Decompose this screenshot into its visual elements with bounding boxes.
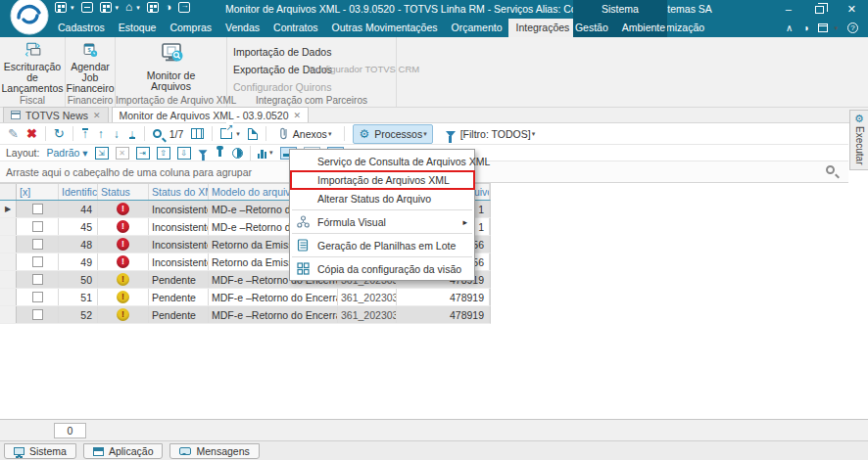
filter-button[interactable]: [Filtro: TODOS] ▾ [441, 126, 540, 142]
separator [72, 126, 73, 141]
tab-label: TOTVS News [25, 110, 88, 121]
document-tab-bar: TOTVS News ✕ Monitor de Arquivos XML - 0… [0, 108, 868, 123]
statusbar-tab-aplicacao[interactable]: Aplicação [83, 443, 164, 459]
row-checkbox[interactable] [32, 274, 43, 285]
close-tab-icon[interactable]: ✕ [93, 111, 101, 120]
cell-nome: 361_20230320... [338, 306, 397, 323]
menu-item-formula-visual[interactable]: Fórmula Visual ▸ [290, 212, 474, 231]
tab-totvs-news[interactable]: TOTVS News ✕ [3, 107, 109, 122]
tab-ambiente[interactable]: Ambiente [615, 19, 672, 37]
save-icon[interactable] [81, 2, 93, 13]
row-checkbox[interactable] [32, 239, 43, 250]
agendar-job-financeiro-button[interactable]: $ Agendar Job Financeiro [66, 37, 115, 94]
count-field[interactable] [54, 423, 86, 438]
monitor-de-arquivos-button[interactable]: Monitor de Arquivos [116, 37, 226, 94]
next-record-icon[interactable]: ↓ [113, 127, 121, 141]
dock-panel-icon[interactable]: ⇥ [136, 147, 150, 160]
chevron-down-icon[interactable]: ▾ [423, 130, 427, 138]
app-menu-icon[interactable] [55, 2, 67, 13]
totvs-mark-icon[interactable]: ◑ [166, 2, 172, 13]
col-status-xml[interactable]: Status do XML [149, 184, 209, 200]
menu-item-geracao-planilhas[interactable]: Geração de Planilhas em Lote [290, 236, 474, 254]
last-record-icon[interactable]: ↓ [128, 127, 136, 141]
importacao-de-dados-link[interactable]: Importação de Dados [233, 46, 331, 58]
tab-integracoes[interactable]: Integrações [508, 19, 576, 37]
sistema-context-group: Sistema Gestão Ambiente [573, 0, 667, 37]
totvs-logo[interactable] [9, 0, 50, 36]
chevron-down-icon[interactable]: ▾ [269, 149, 273, 157]
error-status-icon: ! [117, 203, 129, 215]
menu-item-importacao-arquivos-xml[interactable]: Importação de Arquivos XML [290, 170, 474, 189]
statusbar-tab-sistema[interactable]: Sistema [4, 443, 76, 459]
filter-rows-icon[interactable] [198, 150, 207, 155]
export-icon[interactable] [220, 128, 232, 139]
layout-selector[interactable]: Padrão ▾ [46, 147, 87, 159]
collapse-ribbon-icon[interactable]: ∧ [786, 23, 793, 33]
document-icon[interactable] [248, 128, 258, 140]
tab-orcamento[interactable]: Orçamento [445, 19, 509, 37]
col-status[interactable]: Status [98, 184, 149, 200]
tab-outras-movimentacoes[interactable]: Outras Movimentações [325, 19, 445, 37]
expand-panel-icon[interactable]: ⇲ [95, 147, 109, 160]
tab-compras[interactable]: Compras [163, 19, 218, 37]
help-icon[interactable]: ? [847, 23, 858, 33]
tab-vendas[interactable]: Vendas [218, 19, 266, 37]
chart-icon[interactable] [258, 148, 267, 159]
pin-icon[interactable] [218, 149, 221, 157]
apps-grid-icon[interactable] [147, 2, 159, 13]
chevron-down-icon[interactable]: ▾ [71, 4, 74, 12]
window-layout-icon[interactable] [818, 23, 828, 32]
menu-item-servico-consulta[interactable]: Serviço de Consulta de Arquivos XML [290, 152, 474, 170]
actions-icon[interactable] [100, 2, 112, 13]
row-checkbox[interactable] [32, 221, 43, 232]
chevron-down-icon[interactable]: ▾ [328, 130, 332, 138]
grid-search-icon[interactable] [826, 165, 835, 174]
edit-icon[interactable]: ✎ [8, 126, 19, 142]
menu-item-copia-configuracao[interactable]: Cópia da configuração da visão [290, 259, 474, 278]
tab-gestao[interactable]: Gestão [568, 19, 615, 37]
home-icon[interactable]: ⌂ [125, 2, 132, 13]
first-record-icon[interactable]: ↑ [81, 127, 89, 141]
chevron-down-icon[interactable]: ▾ [236, 130, 240, 138]
restore-button[interactable] [815, 6, 824, 14]
menu-item-alterar-status[interactable]: Alterar Status do Arquivo [290, 189, 474, 207]
tab-monitor-arquivos-xml[interactable]: Monitor de Arquivos XML - 03.9.0520 ✕ [112, 107, 310, 122]
close-tab-icon[interactable]: ✕ [294, 111, 302, 120]
minimize-button[interactable]: – [786, 0, 792, 19]
expand-up-icon[interactable]: ⇧ [157, 147, 170, 160]
exit-icon[interactable] [178, 2, 190, 13]
search-icon[interactable] [153, 129, 162, 138]
table-row[interactable]: 52 ! Pendente MDF-e –Retorno do Encerram… [0, 306, 491, 324]
statusbar-tab-mensagens[interactable]: Mensagens [169, 443, 259, 459]
pie-view-icon[interactable] [232, 148, 243, 159]
columns-icon[interactable] [191, 128, 204, 139]
row-checkbox[interactable] [32, 292, 43, 302]
chevron-down-icon[interactable]: ▾ [116, 4, 120, 12]
previous-record-icon[interactable]: ↑ [97, 127, 105, 141]
table-row[interactable]: 51 ! Pendente MDF-e –Retorno do Encerram… [0, 289, 491, 306]
anexos-button[interactable]: Anexos ▾ [274, 125, 337, 142]
tab-estoque[interactable]: Estoque [112, 19, 164, 37]
escrituracao-lancamentos-button[interactable]: Escrituração de Lançamentos [0, 37, 65, 94]
processos-button[interactable]: ⚙ Processos ▾ [353, 124, 432, 144]
chevron-down-icon[interactable]: ▾ [834, 24, 838, 32]
col-check[interactable]: [x] [17, 184, 59, 200]
monitors-sync-icon [19, 42, 46, 59]
cell-status-xml: Pendente [149, 306, 209, 323]
refresh-icon[interactable]: ↻ [54, 126, 65, 142]
tab-contratos[interactable]: Contratos [266, 19, 325, 37]
chevron-down-icon[interactable]: ▾ [136, 4, 140, 12]
tab-cadastros[interactable]: Cadastros [51, 19, 112, 37]
row-checkbox[interactable] [32, 309, 43, 320]
chevron-down-icon[interactable]: ▾ [532, 130, 536, 138]
close-button[interactable]: ✕ [847, 0, 856, 19]
row-checkbox[interactable] [32, 256, 43, 267]
row-checkbox[interactable] [32, 204, 43, 214]
totvs-mark-icon[interactable]: ◑ [802, 23, 808, 33]
expand-down-icon[interactable]: ⇩ [177, 147, 191, 160]
delete-icon[interactable]: ✖ [26, 126, 37, 142]
executar-side-tab[interactable]: ⚙ Executar [849, 110, 868, 170]
status-bar: Sistema Aplicação Mensagens [0, 440, 868, 460]
col-identificador[interactable]: Identificador [59, 184, 98, 200]
warning-status-icon: ! [117, 308, 129, 321]
